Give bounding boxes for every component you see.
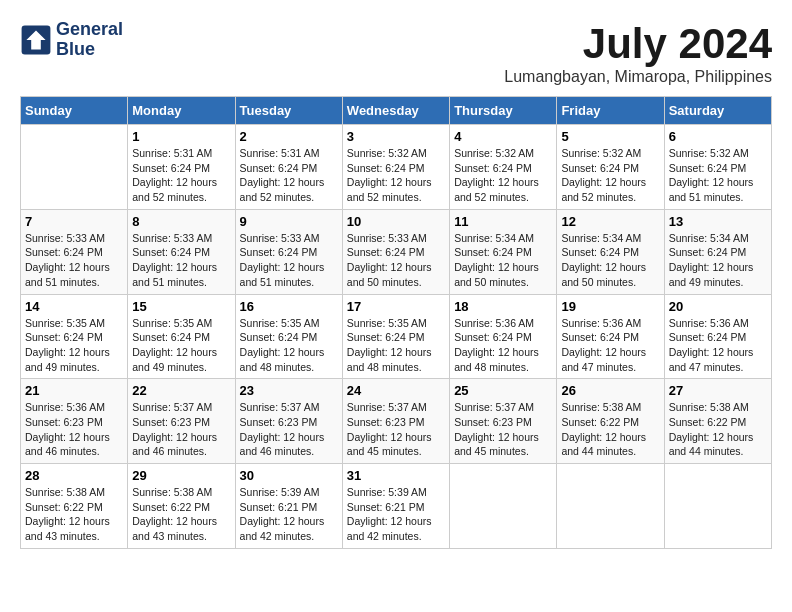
day-info: Sunrise: 5:35 AM Sunset: 6:24 PM Dayligh… xyxy=(25,316,123,375)
day-cell: 15Sunrise: 5:35 AM Sunset: 6:24 PM Dayli… xyxy=(128,294,235,379)
day-cell: 23Sunrise: 5:37 AM Sunset: 6:23 PM Dayli… xyxy=(235,379,342,464)
day-number: 3 xyxy=(347,129,445,144)
day-number: 21 xyxy=(25,383,123,398)
day-number: 12 xyxy=(561,214,659,229)
day-number: 20 xyxy=(669,299,767,314)
day-number: 6 xyxy=(669,129,767,144)
day-cell: 6Sunrise: 5:32 AM Sunset: 6:24 PM Daylig… xyxy=(664,125,771,210)
day-cell: 20Sunrise: 5:36 AM Sunset: 6:24 PM Dayli… xyxy=(664,294,771,379)
day-number: 18 xyxy=(454,299,552,314)
logo-line2: Blue xyxy=(56,40,123,60)
logo-text: General Blue xyxy=(56,20,123,60)
day-number: 8 xyxy=(132,214,230,229)
day-cell: 4Sunrise: 5:32 AM Sunset: 6:24 PM Daylig… xyxy=(450,125,557,210)
day-cell: 17Sunrise: 5:35 AM Sunset: 6:24 PM Dayli… xyxy=(342,294,449,379)
title-block: July 2024 Lumangbayan, Mimaropa, Philipp… xyxy=(504,20,772,86)
day-cell: 26Sunrise: 5:38 AM Sunset: 6:22 PM Dayli… xyxy=(557,379,664,464)
header-cell-wednesday: Wednesday xyxy=(342,97,449,125)
header-cell-monday: Monday xyxy=(128,97,235,125)
day-cell: 28Sunrise: 5:38 AM Sunset: 6:22 PM Dayli… xyxy=(21,464,128,549)
header-cell-tuesday: Tuesday xyxy=(235,97,342,125)
day-cell: 24Sunrise: 5:37 AM Sunset: 6:23 PM Dayli… xyxy=(342,379,449,464)
day-number: 24 xyxy=(347,383,445,398)
page-header: General Blue July 2024 Lumangbayan, Mima… xyxy=(20,20,772,86)
day-info: Sunrise: 5:37 AM Sunset: 6:23 PM Dayligh… xyxy=(132,400,230,459)
day-info: Sunrise: 5:38 AM Sunset: 6:22 PM Dayligh… xyxy=(25,485,123,544)
day-info: Sunrise: 5:35 AM Sunset: 6:24 PM Dayligh… xyxy=(132,316,230,375)
day-number: 17 xyxy=(347,299,445,314)
day-cell xyxy=(21,125,128,210)
week-row-2: 7Sunrise: 5:33 AM Sunset: 6:24 PM Daylig… xyxy=(21,209,772,294)
day-cell: 31Sunrise: 5:39 AM Sunset: 6:21 PM Dayli… xyxy=(342,464,449,549)
day-number: 4 xyxy=(454,129,552,144)
day-cell: 25Sunrise: 5:37 AM Sunset: 6:23 PM Dayli… xyxy=(450,379,557,464)
week-row-1: 1Sunrise: 5:31 AM Sunset: 6:24 PM Daylig… xyxy=(21,125,772,210)
header-cell-thursday: Thursday xyxy=(450,97,557,125)
day-number: 23 xyxy=(240,383,338,398)
header-cell-friday: Friday xyxy=(557,97,664,125)
day-info: Sunrise: 5:38 AM Sunset: 6:22 PM Dayligh… xyxy=(669,400,767,459)
day-number: 29 xyxy=(132,468,230,483)
week-row-5: 28Sunrise: 5:38 AM Sunset: 6:22 PM Dayli… xyxy=(21,464,772,549)
day-number: 10 xyxy=(347,214,445,229)
day-info: Sunrise: 5:37 AM Sunset: 6:23 PM Dayligh… xyxy=(240,400,338,459)
day-info: Sunrise: 5:32 AM Sunset: 6:24 PM Dayligh… xyxy=(454,146,552,205)
day-info: Sunrise: 5:34 AM Sunset: 6:24 PM Dayligh… xyxy=(561,231,659,290)
day-number: 30 xyxy=(240,468,338,483)
day-cell: 11Sunrise: 5:34 AM Sunset: 6:24 PM Dayli… xyxy=(450,209,557,294)
day-info: Sunrise: 5:36 AM Sunset: 6:24 PM Dayligh… xyxy=(561,316,659,375)
header-cell-saturday: Saturday xyxy=(664,97,771,125)
logo-icon xyxy=(20,24,52,56)
day-cell: 27Sunrise: 5:38 AM Sunset: 6:22 PM Dayli… xyxy=(664,379,771,464)
day-number: 2 xyxy=(240,129,338,144)
day-cell: 8Sunrise: 5:33 AM Sunset: 6:24 PM Daylig… xyxy=(128,209,235,294)
day-number: 25 xyxy=(454,383,552,398)
day-cell: 7Sunrise: 5:33 AM Sunset: 6:24 PM Daylig… xyxy=(21,209,128,294)
day-number: 31 xyxy=(347,468,445,483)
day-info: Sunrise: 5:35 AM Sunset: 6:24 PM Dayligh… xyxy=(240,316,338,375)
day-info: Sunrise: 5:32 AM Sunset: 6:24 PM Dayligh… xyxy=(669,146,767,205)
day-info: Sunrise: 5:38 AM Sunset: 6:22 PM Dayligh… xyxy=(561,400,659,459)
day-cell: 29Sunrise: 5:38 AM Sunset: 6:22 PM Dayli… xyxy=(128,464,235,549)
day-info: Sunrise: 5:33 AM Sunset: 6:24 PM Dayligh… xyxy=(132,231,230,290)
day-cell: 16Sunrise: 5:35 AM Sunset: 6:24 PM Dayli… xyxy=(235,294,342,379)
week-row-4: 21Sunrise: 5:36 AM Sunset: 6:23 PM Dayli… xyxy=(21,379,772,464)
day-info: Sunrise: 5:34 AM Sunset: 6:24 PM Dayligh… xyxy=(454,231,552,290)
day-number: 28 xyxy=(25,468,123,483)
day-info: Sunrise: 5:35 AM Sunset: 6:24 PM Dayligh… xyxy=(347,316,445,375)
day-number: 11 xyxy=(454,214,552,229)
day-info: Sunrise: 5:31 AM Sunset: 6:24 PM Dayligh… xyxy=(240,146,338,205)
day-info: Sunrise: 5:36 AM Sunset: 6:24 PM Dayligh… xyxy=(669,316,767,375)
day-cell: 13Sunrise: 5:34 AM Sunset: 6:24 PM Dayli… xyxy=(664,209,771,294)
day-cell xyxy=(450,464,557,549)
day-cell: 12Sunrise: 5:34 AM Sunset: 6:24 PM Dayli… xyxy=(557,209,664,294)
week-row-3: 14Sunrise: 5:35 AM Sunset: 6:24 PM Dayli… xyxy=(21,294,772,379)
day-cell: 3Sunrise: 5:32 AM Sunset: 6:24 PM Daylig… xyxy=(342,125,449,210)
location: Lumangbayan, Mimaropa, Philippines xyxy=(504,68,772,86)
day-cell: 19Sunrise: 5:36 AM Sunset: 6:24 PM Dayli… xyxy=(557,294,664,379)
day-cell: 22Sunrise: 5:37 AM Sunset: 6:23 PM Dayli… xyxy=(128,379,235,464)
day-info: Sunrise: 5:37 AM Sunset: 6:23 PM Dayligh… xyxy=(347,400,445,459)
month-title: July 2024 xyxy=(504,20,772,68)
day-cell: 10Sunrise: 5:33 AM Sunset: 6:24 PM Dayli… xyxy=(342,209,449,294)
day-cell: 2Sunrise: 5:31 AM Sunset: 6:24 PM Daylig… xyxy=(235,125,342,210)
calendar-table: SundayMondayTuesdayWednesdayThursdayFrid… xyxy=(20,96,772,549)
day-number: 1 xyxy=(132,129,230,144)
day-info: Sunrise: 5:36 AM Sunset: 6:24 PM Dayligh… xyxy=(454,316,552,375)
day-cell: 9Sunrise: 5:33 AM Sunset: 6:24 PM Daylig… xyxy=(235,209,342,294)
day-number: 27 xyxy=(669,383,767,398)
day-info: Sunrise: 5:38 AM Sunset: 6:22 PM Dayligh… xyxy=(132,485,230,544)
day-cell: 30Sunrise: 5:39 AM Sunset: 6:21 PM Dayli… xyxy=(235,464,342,549)
day-number: 22 xyxy=(132,383,230,398)
day-cell: 18Sunrise: 5:36 AM Sunset: 6:24 PM Dayli… xyxy=(450,294,557,379)
day-number: 19 xyxy=(561,299,659,314)
header-row: SundayMondayTuesdayWednesdayThursdayFrid… xyxy=(21,97,772,125)
header-cell-sunday: Sunday xyxy=(21,97,128,125)
day-info: Sunrise: 5:33 AM Sunset: 6:24 PM Dayligh… xyxy=(25,231,123,290)
day-info: Sunrise: 5:34 AM Sunset: 6:24 PM Dayligh… xyxy=(669,231,767,290)
logo: General Blue xyxy=(20,20,123,60)
day-number: 14 xyxy=(25,299,123,314)
day-cell xyxy=(664,464,771,549)
day-number: 5 xyxy=(561,129,659,144)
day-info: Sunrise: 5:39 AM Sunset: 6:21 PM Dayligh… xyxy=(347,485,445,544)
